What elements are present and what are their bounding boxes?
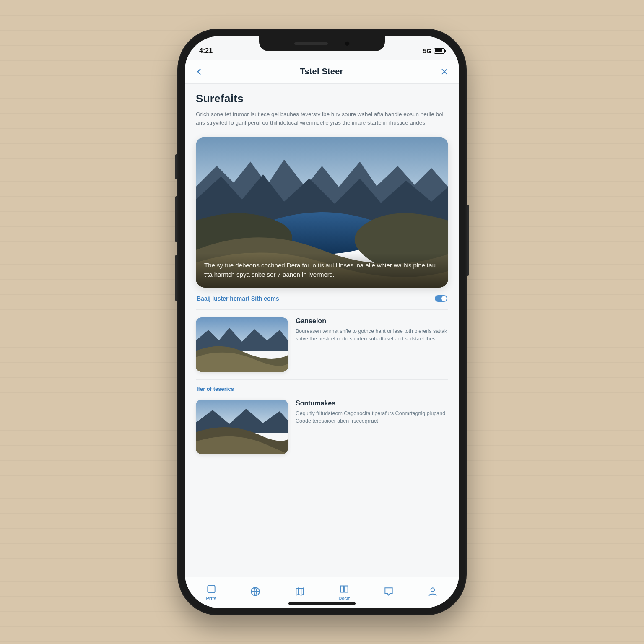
- list-item-title: Sontumakes: [296, 400, 335, 407]
- tab-4[interactable]: Dscit: [338, 584, 350, 601]
- list-item-thumb: [196, 400, 288, 454]
- list-item-desc: Gequitly fritudateom Cagonocita tiperafu…: [296, 410, 448, 425]
- link-row-1[interactable]: Baaij luster hemart Sith eoms: [196, 288, 448, 310]
- hero-caption: The sy tue debeons cochned Dera for lo t…: [196, 253, 448, 288]
- book-icon: [339, 584, 350, 595]
- content-scroll[interactable]: Surefaits Grich sone fet frumor isutlece…: [185, 84, 459, 577]
- sublink-1[interactable]: Ifer of teserics: [196, 382, 448, 392]
- volume-down: [175, 255, 177, 301]
- status-network: 5G: [423, 47, 431, 55]
- nav-action-icon[interactable]: [440, 67, 449, 76]
- list-item-title: Ganseion: [296, 317, 326, 325]
- nav-bar: Tstel Steer: [185, 60, 459, 84]
- chat-icon: [383, 586, 394, 597]
- tab-5[interactable]: [383, 586, 394, 598]
- power-button: [467, 205, 469, 276]
- home-indicator[interactable]: [288, 602, 356, 605]
- user-icon: [427, 586, 438, 597]
- toggle-icon[interactable]: [435, 295, 447, 302]
- nav-title: Tstel Steer: [300, 67, 343, 76]
- notch: [259, 36, 385, 51]
- mute-switch: [175, 154, 177, 179]
- list-item-thumb: [196, 317, 288, 372]
- tab-1[interactable]: Prits: [206, 584, 217, 601]
- map-icon: [294, 586, 305, 597]
- screen: 4:21 5G Tstel Steer Surefaits Grich sone…: [185, 36, 459, 608]
- list-item[interactable]: Ganseion Boureasen tenrnst snfie to goth…: [196, 310, 448, 380]
- phone-frame: 4:21 5G Tstel Steer Surefaits Grich sone…: [177, 29, 467, 615]
- volume-up: [175, 196, 177, 242]
- status-time: 4:21: [199, 47, 213, 55]
- globe-icon: [250, 586, 261, 597]
- tab-6[interactable]: [427, 586, 438, 598]
- tab-3[interactable]: [294, 586, 305, 598]
- svg-point-7: [431, 588, 435, 592]
- square-icon: [206, 584, 217, 595]
- section-heading: Surefaits: [196, 92, 448, 105]
- hero-card[interactable]: The sy tue debeons cochned Dera for lo t…: [196, 137, 448, 288]
- section-intro: Grich sone fet frumor isutlece gel bauhe…: [196, 110, 448, 127]
- list-item[interactable]: Sontumakes Gequitly fritudateom Cagonoci…: [196, 392, 448, 462]
- list-item-desc: Boureasen tenrnst snfie to gothce hant o…: [296, 327, 448, 343]
- svg-rect-5: [208, 585, 215, 592]
- link-row-1-label: Baaij luster hemart Sith eoms: [197, 295, 279, 302]
- back-button[interactable]: [195, 68, 203, 76]
- battery-icon: [434, 48, 445, 54]
- tab-2[interactable]: [250, 586, 261, 598]
